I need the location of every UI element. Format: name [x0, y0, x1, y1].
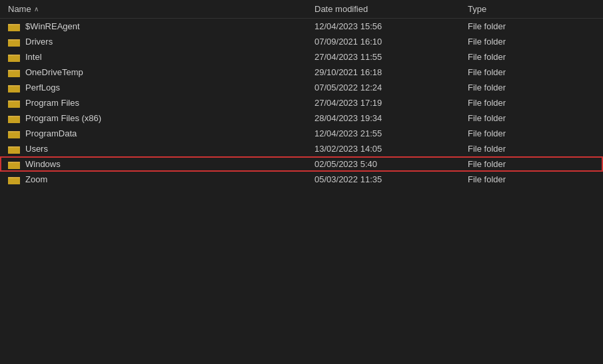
row-date-cell: 12/04/2023 15:56	[314, 21, 468, 31]
row-name-cell: PerfLogs	[8, 83, 314, 92]
table-row[interactable]: $WinREAgent 12/04/2023 15:56 File folder	[0, 19, 603, 34]
file-list: $WinREAgent 12/04/2023 15:56 File folder…	[0, 19, 603, 364]
row-name-text: OneDriveTemp	[25, 67, 83, 77]
row-name-text: Windows	[25, 159, 61, 169]
row-name-text: Program Files (x86)	[25, 113, 101, 123]
svg-rect-17	[8, 102, 20, 108]
folder-icon	[8, 22, 20, 31]
svg-rect-29	[8, 163, 20, 169]
row-name-cell: Intel	[8, 52, 314, 62]
row-name-cell: Program Files	[8, 98, 314, 108]
folder-icon	[8, 83, 20, 92]
row-type-cell: File folder	[468, 113, 601, 123]
row-name-cell: OneDriveTemp	[8, 67, 314, 77]
folder-icon	[8, 160, 20, 169]
row-name-text: $WinREAgent	[25, 21, 80, 31]
col-name-header[interactable]: Name ∧	[8, 4, 314, 14]
row-name-text: Zoom	[25, 174, 47, 184]
table-row[interactable]: ProgramData 12/04/2023 21:55 File folder	[0, 126, 603, 141]
row-date-cell: 02/05/2023 5:40	[314, 159, 468, 169]
svg-rect-26	[8, 148, 20, 154]
folder-icon	[8, 175, 20, 184]
row-date-cell: 13/02/2023 14:05	[314, 144, 468, 154]
col-date-header[interactable]: Date modified	[314, 4, 468, 14]
sort-arrow-icon: ∧	[34, 5, 39, 13]
row-type-cell: File folder	[468, 128, 601, 138]
col-name-label: Name	[8, 4, 31, 14]
row-type-cell: File folder	[468, 159, 601, 169]
svg-rect-11	[8, 71, 20, 77]
row-name-text: Users	[25, 144, 48, 154]
row-date-cell: 07/05/2022 12:24	[314, 83, 468, 92]
row-name-cell: Program Files (x86)	[8, 113, 314, 123]
folder-icon	[8, 98, 20, 108]
row-date-cell: 29/10/2021 16:18	[314, 67, 468, 77]
table-row[interactable]: Drivers 07/09/2021 16:10 File folder	[0, 34, 603, 49]
row-type-cell: File folder	[468, 174, 601, 184]
row-name-cell: Zoom	[8, 174, 314, 184]
row-date-cell: 12/04/2023 21:55	[314, 128, 468, 138]
file-explorer: Name ∧ Date modified Type $WinREAgent 12…	[0, 0, 603, 364]
row-type-cell: File folder	[468, 52, 601, 62]
row-date-cell: 07/09/2021 16:10	[314, 37, 468, 47]
svg-rect-14	[8, 87, 20, 92]
table-row[interactable]: Program Files 27/04/2023 17:19 File fold…	[0, 95, 603, 110]
row-name-text: ProgramData	[25, 128, 77, 138]
row-date-cell: 27/04/2023 17:19	[314, 98, 468, 108]
folder-icon	[8, 37, 20, 47]
table-row[interactable]: Zoom 05/03/2022 11:35 File folder	[0, 172, 603, 187]
table-row[interactable]: Windows 02/05/2023 5:40 File folder	[0, 156, 603, 172]
row-name-text: Drivers	[25, 37, 53, 47]
row-date-cell: 27/04/2023 11:55	[314, 52, 468, 62]
folder-icon	[8, 129, 20, 138]
row-type-cell: File folder	[468, 37, 601, 47]
folder-icon	[8, 114, 20, 123]
row-name-cell: Windows	[8, 159, 314, 169]
svg-rect-32	[8, 178, 20, 184]
svg-rect-5	[8, 41, 20, 47]
table-row[interactable]: OneDriveTemp 29/10/2021 16:18 File folde…	[0, 65, 603, 80]
column-headers: Name ∧ Date modified Type	[0, 0, 603, 19]
col-type-header[interactable]: Type	[468, 4, 601, 14]
row-type-cell: File folder	[468, 83, 601, 92]
folder-icon	[8, 53, 20, 62]
svg-rect-8	[8, 56, 20, 62]
svg-rect-23	[8, 132, 20, 138]
row-name-text: Intel	[25, 52, 42, 62]
row-name-cell: ProgramData	[8, 128, 314, 138]
table-row[interactable]: Intel 27/04/2023 11:55 File folder	[0, 49, 603, 65]
row-type-cell: File folder	[468, 21, 601, 31]
row-name-text: Program Files	[25, 98, 79, 108]
svg-rect-2	[8, 25, 20, 31]
row-name-cell: Drivers	[8, 37, 314, 47]
row-type-cell: File folder	[468, 144, 601, 154]
row-name-cell: $WinREAgent	[8, 21, 314, 31]
table-row[interactable]: Users 13/02/2023 14:05 File folder	[0, 141, 603, 156]
row-date-cell: 28/04/2023 19:34	[314, 113, 468, 123]
svg-rect-20	[8, 117, 20, 123]
table-row[interactable]: Program Files (x86) 28/04/2023 19:34 Fil…	[0, 110, 603, 126]
folder-icon	[8, 144, 20, 154]
row-name-cell: Users	[8, 144, 314, 154]
row-name-text: PerfLogs	[25, 83, 60, 92]
folder-icon	[8, 68, 20, 77]
table-row[interactable]: PerfLogs 07/05/2022 12:24 File folder	[0, 80, 603, 95]
row-date-cell: 05/03/2022 11:35	[314, 174, 468, 184]
row-type-cell: File folder	[468, 67, 601, 77]
row-type-cell: File folder	[468, 98, 601, 108]
